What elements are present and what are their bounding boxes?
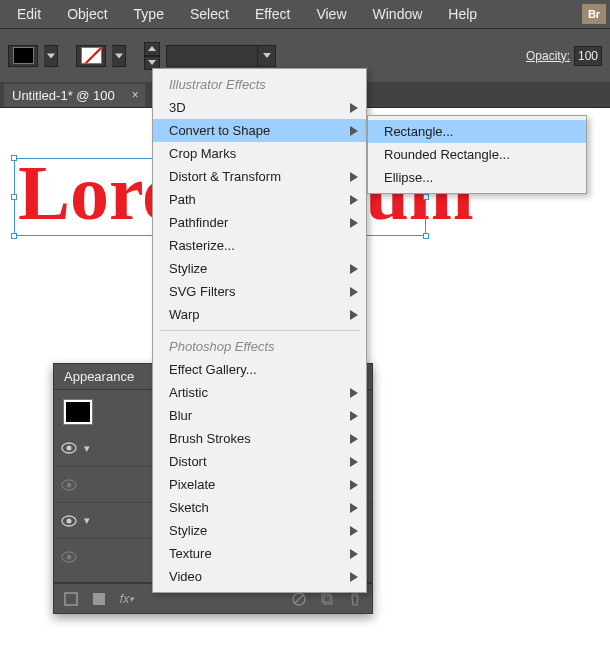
effect-item-distort-transform[interactable]: Distort & Transform bbox=[153, 165, 366, 188]
effect-item-crop-marks[interactable]: Crop Marks bbox=[153, 142, 366, 165]
menu-item-label: Distort bbox=[169, 454, 207, 469]
submenu-arrow-icon bbox=[350, 172, 358, 182]
new-fill-icon[interactable] bbox=[88, 588, 110, 610]
effect-item-rasterize[interactable]: Rasterize... bbox=[153, 234, 366, 257]
appearance-thumbnail[interactable] bbox=[64, 400, 92, 424]
menu-help[interactable]: Help bbox=[435, 6, 490, 22]
svg-rect-9 bbox=[93, 593, 105, 605]
fill-swatch[interactable] bbox=[8, 45, 38, 67]
disclosure-icon[interactable]: ▾ bbox=[84, 442, 98, 455]
menu-item-label: Video bbox=[169, 569, 202, 584]
svg-line-11 bbox=[295, 595, 303, 603]
visibility-toggle-icon[interactable] bbox=[60, 512, 78, 530]
fx-icon[interactable]: fx▾ bbox=[116, 588, 138, 610]
submenu-arrow-icon bbox=[350, 310, 358, 320]
effect-item-stylize[interactable]: Stylize bbox=[153, 519, 366, 542]
effect-item-pathfinder[interactable]: Pathfinder bbox=[153, 211, 366, 234]
menu-object[interactable]: Object bbox=[54, 6, 120, 22]
fill-swatch-dropdown[interactable] bbox=[44, 45, 58, 67]
effect-item-distort[interactable]: Distort bbox=[153, 450, 366, 473]
menu-item-label: Stylize bbox=[169, 523, 207, 538]
menu-item-label: Rectangle... bbox=[384, 124, 453, 139]
close-tab-icon[interactable]: × bbox=[132, 88, 139, 102]
menu-select[interactable]: Select bbox=[177, 6, 242, 22]
menu-effect[interactable]: Effect bbox=[242, 6, 304, 22]
effect-item-texture[interactable]: Texture bbox=[153, 542, 366, 565]
submenu-arrow-icon bbox=[350, 480, 358, 490]
menu-item-label: Pathfinder bbox=[169, 215, 228, 230]
menu-item-label: Sketch bbox=[169, 500, 209, 515]
svg-rect-8 bbox=[65, 593, 77, 605]
menu-separator bbox=[159, 330, 360, 331]
svg-point-7 bbox=[67, 554, 72, 559]
menu-item-label: SVG Filters bbox=[169, 284, 235, 299]
menu-header: Photoshop Effects bbox=[153, 335, 366, 358]
effect-item-sketch[interactable]: Sketch bbox=[153, 496, 366, 519]
document-tab[interactable]: Untitled-1* @ 100 × bbox=[4, 84, 145, 107]
effect-item-path[interactable]: Path bbox=[153, 188, 366, 211]
menu-item-label: Brush Strokes bbox=[169, 431, 251, 446]
menu-item-label: Warp bbox=[169, 307, 200, 322]
submenu-arrow-icon bbox=[350, 218, 358, 228]
submenu-arrow-icon bbox=[350, 287, 358, 297]
svg-point-1 bbox=[67, 446, 72, 451]
menu-type[interactable]: Type bbox=[121, 6, 177, 22]
submenu-arrow-icon bbox=[350, 434, 358, 444]
visibility-toggle-icon[interactable] bbox=[60, 439, 78, 457]
menu-view[interactable]: View bbox=[303, 6, 359, 22]
menu-item-label: Effect Gallery... bbox=[169, 362, 257, 377]
visibility-toggle-icon[interactable] bbox=[60, 548, 78, 566]
menu-item-label: Rounded Rectangle... bbox=[384, 147, 510, 162]
effect-item-effect-gallery[interactable]: Effect Gallery... bbox=[153, 358, 366, 381]
shape-item-rounded-rectangle[interactable]: Rounded Rectangle... bbox=[368, 143, 586, 166]
new-stroke-icon[interactable] bbox=[60, 588, 82, 610]
menu-item-label: Path bbox=[169, 192, 196, 207]
opacity-value[interactable]: 100 bbox=[574, 46, 602, 66]
svg-rect-13 bbox=[324, 596, 332, 604]
bridge-button[interactable]: Br bbox=[582, 4, 606, 24]
submenu-arrow-icon bbox=[350, 457, 358, 467]
disclosure-icon[interactable]: ▾ bbox=[84, 514, 98, 527]
effect-item-svg-filters[interactable]: SVG Filters bbox=[153, 280, 366, 303]
submenu-arrow-icon bbox=[350, 526, 358, 536]
submenu-arrow-icon bbox=[350, 388, 358, 398]
menubar: Edit Object Type Select Effect View Wind… bbox=[0, 0, 610, 28]
effect-menu: Illustrator Effects 3DConvert to ShapeCr… bbox=[152, 68, 367, 593]
shape-item-ellipse[interactable]: Ellipse... bbox=[368, 166, 586, 189]
svg-rect-12 bbox=[322, 594, 330, 602]
effect-item-warp[interactable]: Warp bbox=[153, 303, 366, 326]
menu-item-label: Ellipse... bbox=[384, 170, 433, 185]
visibility-toggle-icon[interactable] bbox=[60, 476, 78, 494]
effect-item-convert-to-shape[interactable]: Convert to Shape bbox=[153, 119, 366, 142]
brush-definition-dropdown[interactable] bbox=[166, 45, 276, 67]
stroke-swatch-dropdown[interactable] bbox=[112, 45, 126, 67]
submenu-arrow-icon bbox=[350, 549, 358, 559]
menu-item-label: Artistic bbox=[169, 385, 208, 400]
menu-header: Illustrator Effects bbox=[153, 73, 366, 96]
menu-item-label: Pixelate bbox=[169, 477, 215, 492]
submenu-arrow-icon bbox=[350, 195, 358, 205]
submenu-arrow-icon bbox=[350, 572, 358, 582]
stroke-swatch[interactable] bbox=[76, 45, 106, 67]
effect-item-pixelate[interactable]: Pixelate bbox=[153, 473, 366, 496]
menu-item-label: Rasterize... bbox=[169, 238, 235, 253]
effect-item-brush-strokes[interactable]: Brush Strokes bbox=[153, 427, 366, 450]
effect-item-video[interactable]: Video bbox=[153, 565, 366, 588]
effect-item-artistic[interactable]: Artistic bbox=[153, 381, 366, 404]
opacity-label[interactable]: Opacity: bbox=[526, 49, 570, 63]
shape-item-rectangle[interactable]: Rectangle... bbox=[368, 120, 586, 143]
document-tab-title: Untitled-1* @ 100 bbox=[12, 88, 115, 103]
svg-point-3 bbox=[67, 482, 72, 487]
stroke-weight-stepper[interactable] bbox=[144, 42, 160, 70]
menu-edit[interactable]: Edit bbox=[4, 6, 54, 22]
menu-item-label: Texture bbox=[169, 546, 212, 561]
svg-point-5 bbox=[67, 518, 72, 523]
menu-item-label: Convert to Shape bbox=[169, 123, 270, 138]
submenu-arrow-icon bbox=[350, 503, 358, 513]
effect-item-blur[interactable]: Blur bbox=[153, 404, 366, 427]
effect-item-stylize[interactable]: Stylize bbox=[153, 257, 366, 280]
convert-to-shape-submenu: Rectangle...Rounded Rectangle...Ellipse.… bbox=[367, 115, 587, 194]
submenu-arrow-icon bbox=[350, 103, 358, 113]
effect-item-3d[interactable]: 3D bbox=[153, 96, 366, 119]
menu-window[interactable]: Window bbox=[360, 6, 436, 22]
